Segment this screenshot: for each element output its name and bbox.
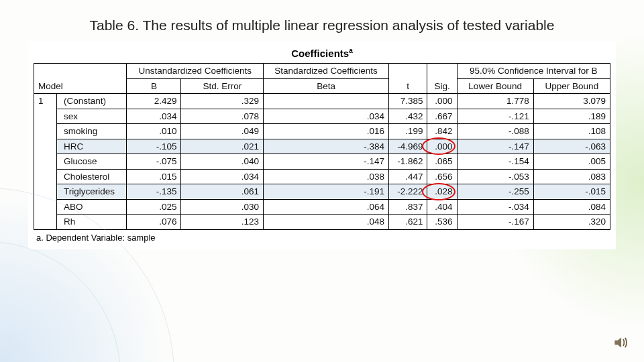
lb-cell: -.053 [457,169,533,184]
B-cell: .010 [127,124,181,139]
sig-cell: .404 [427,199,457,215]
ub-cell: .108 [533,124,610,139]
table-row: ABO.025.030.064.837.404-.034.084 [34,199,610,215]
ub-cell: -.063 [533,139,610,154]
B-cell: -.075 [127,154,181,170]
variable-cell: (Constant) [57,94,127,109]
th-se: Std. Error [181,78,264,94]
t-cell: .447 [388,169,427,184]
table-row: HRC-.105.021-.384-4.969.000-.147-.063 [34,139,610,154]
caption-text: Coefficients [291,48,349,59]
th-t: t [388,64,427,94]
t-cell: -1.862 [388,154,427,170]
se-cell: .040 [181,154,264,170]
lb-cell: -.255 [457,184,533,200]
th-beta: Beta [264,78,389,94]
table-row: Glucose-.075.040-.147-1.862.065-.154.005 [34,154,610,170]
se-cell: .021 [181,139,264,154]
beta-cell: -.384 [264,139,389,154]
beta-cell: -.147 [264,154,389,170]
lb-cell: -.147 [457,139,533,154]
B-cell: .076 [127,215,181,230]
t-cell: .621 [388,215,427,230]
beta-cell: -.191 [264,184,389,200]
sig-cell: .667 [427,109,457,124]
variable-cell: Glucose [57,154,127,170]
th-model: Model [34,64,127,94]
lb-cell: -.121 [457,109,533,124]
th-sig: Sig. [427,64,457,94]
th-lb: Lower Bound [457,78,533,94]
t-cell: -2.222 [388,184,427,200]
beta-cell: .038 [264,169,389,184]
table-row: Cholesterol.015.034.038.447.656-.053.083 [34,169,610,184]
th-b: B [127,78,181,94]
ub-cell: .320 [533,215,610,230]
sig-cell: .065 [427,154,457,170]
lb-cell: -.154 [457,154,533,170]
lb-cell: -.167 [457,215,533,230]
t-cell: .432 [388,109,427,124]
table-caption: Coefficientsa [34,44,610,63]
th-ub: Upper Bound [533,78,610,94]
th-ci: 95.0% Confidence Interval for B [457,64,610,79]
lb-cell: -.088 [457,124,533,139]
variable-cell: Cholesterol [57,169,127,184]
page-title: Table 6. The results of multiple linear … [0,0,644,42]
ub-cell: .084 [533,199,610,215]
t-cell: .837 [388,199,427,215]
t-cell: .199 [388,124,427,139]
B-cell: .034 [127,109,181,124]
variable-cell: sex [57,109,127,124]
sig-cell: .000 [427,94,457,109]
variable-cell: HRC [57,139,127,154]
variable-cell: smoking [57,124,127,139]
sig-cell: .000 [427,139,457,154]
se-cell: .034 [181,169,264,184]
regression-table: Model Unstandardized Coefficients Standa… [34,63,610,230]
beta-cell [264,94,389,109]
se-cell: .049 [181,124,264,139]
th-std: Standardized Coefficients [264,64,389,79]
ub-cell: 3.079 [533,94,610,109]
beta-cell: .016 [264,124,389,139]
th-unstd: Unstandardized Coefficients [127,64,264,79]
table-row: smoking.010.049.016.199.842-.088.108 [34,124,610,139]
caption-sup: a [349,47,353,54]
B-cell: .025 [127,199,181,215]
B-cell: .015 [127,169,181,184]
B-cell: -.105 [127,139,181,154]
ub-cell: -.015 [533,184,610,200]
se-cell: .078 [181,109,264,124]
sig-cell: .842 [427,124,457,139]
sig-cell: .028 [427,184,457,200]
speaker-icon [612,334,629,351]
table-row: Rh.076.123.048.621.536-.167.320 [34,215,610,230]
B-cell: -.135 [127,184,181,200]
beta-cell: .064 [264,199,389,215]
se-cell: .123 [181,215,264,230]
t-cell: -4.969 [388,139,427,154]
lb-cell: -.034 [457,199,533,215]
beta-cell: .034 [264,109,389,124]
B-cell: 2.429 [127,94,181,109]
sig-cell: .656 [427,169,457,184]
table-row: Triglycerides-.135.061-.191-2.222.028-.2… [34,184,610,200]
table-container: Coefficientsa Model Unstandardized Coeff… [28,42,616,249]
ub-cell: .005 [533,154,610,170]
ub-cell: .189 [533,109,610,124]
t-cell: 7.385 [388,94,427,109]
beta-cell: .048 [264,215,389,230]
table-footnote: a. Dependent Variable: sample [34,230,610,243]
table-row: 1(Constant)2.429.3297.385.0001.7783.079 [34,94,610,109]
se-cell: .061 [181,184,264,200]
lb-cell: 1.778 [457,94,533,109]
variable-cell: Triglycerides [57,184,127,200]
se-cell: .030 [181,199,264,215]
sig-cell: .536 [427,215,457,230]
table-row: sex.034.078.034.432.667-.121.189 [34,109,610,124]
ub-cell: .083 [533,169,610,184]
se-cell: .329 [181,94,264,109]
